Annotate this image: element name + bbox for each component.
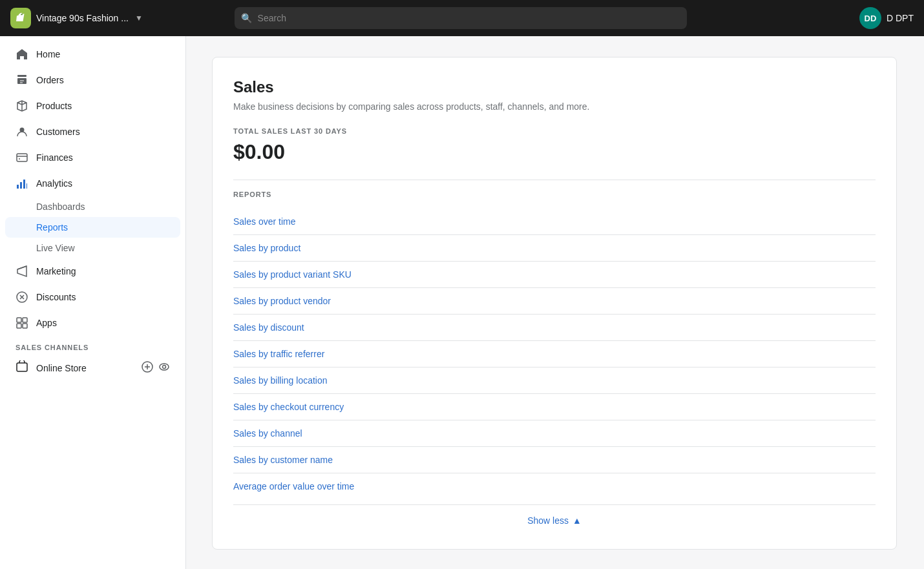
sidebar-label-analytics: Analytics [36, 178, 72, 189]
sidebar-item-dashboards[interactable]: Dashboards [5, 196, 180, 217]
report-link[interactable]: Sales by product vendor [233, 288, 876, 315]
sidebar-label-live-view: Live View [36, 243, 75, 253]
sidebar-label-reports: Reports [36, 222, 68, 233]
svg-rect-14 [23, 324, 27, 328]
sidebar-item-home[interactable]: Home [5, 41, 180, 67]
sidebar-label-finances: Finances [36, 152, 73, 163]
sidebar-label-products: Products [36, 101, 72, 111]
sidebar-label-customers: Customers [36, 127, 80, 137]
sidebar-label-orders: Orders [36, 75, 64, 85]
report-link[interactable]: Sales by channel [233, 420, 876, 447]
report-link[interactable]: Sales by product [233, 235, 876, 262]
analytics-sub-menu: Dashboards Reports Live View [5, 196, 180, 258]
sidebar-label-discounts: Discounts [36, 292, 76, 302]
sidebar-item-online-store[interactable]: Online Store [5, 354, 180, 382]
report-link[interactable]: Sales by customer name [233, 447, 876, 473]
sidebar-item-reports[interactable]: Reports [5, 217, 180, 238]
total-sales-value: $0.00 [233, 140, 876, 164]
page-subtitle: Make business decisions by comparing sal… [233, 101, 876, 112]
report-link[interactable]: Sales by traffic referrer [233, 341, 876, 367]
brand-selector[interactable]: Vintage 90s Fashion ... ▼ [10, 8, 143, 28]
svg-rect-1 [17, 75, 26, 77]
sidebar-item-customers[interactable]: Customers [5, 119, 180, 145]
user-name: D DPT [887, 13, 914, 23]
analytics-icon [16, 177, 28, 190]
report-link[interactable]: Average order value over time [233, 473, 876, 499]
topbar: Vintage 90s Fashion ... ▼ 🔍 DD D DPT [0, 0, 924, 36]
report-link[interactable]: Sales by checkout currency [233, 394, 876, 420]
report-link[interactable]: Sales by product variant SKU [233, 262, 876, 288]
sidebar-item-apps[interactable]: Apps [5, 310, 180, 336]
svg-rect-7 [20, 182, 22, 189]
products-icon [16, 99, 28, 112]
total-sales-label: TOTAL SALES LAST 30 DAYS [233, 127, 876, 135]
divider [233, 180, 876, 180]
svg-rect-8 [23, 180, 25, 189]
show-less-label: Show less [527, 515, 569, 526]
sidebar-label-apps: Apps [36, 318, 57, 328]
online-store-label: Online Store [36, 363, 87, 373]
sales-channels-label: SALES CHANNELS [0, 336, 185, 354]
main-content: Sales Make business decisions by compari… [186, 36, 924, 569]
svg-point-17 [160, 364, 169, 370]
show-less-button[interactable]: Show less ▲ [233, 504, 876, 528]
customers-icon [16, 125, 28, 138]
svg-rect-12 [23, 318, 27, 322]
svg-rect-13 [17, 324, 21, 328]
layout: Home Orders Products Customers Finances [0, 36, 924, 569]
sidebar-item-analytics[interactable]: Analytics [5, 171, 180, 196]
svg-rect-6 [17, 185, 19, 189]
add-channel-icon[interactable] [142, 361, 153, 375]
report-links-list: Sales over timeSales by productSales by … [233, 209, 876, 499]
online-store-left: Online Store [16, 360, 87, 375]
sidebar: Home Orders Products Customers Finances [0, 36, 186, 569]
report-link[interactable]: Sales by discount [233, 315, 876, 341]
sidebar-item-marketing[interactable]: Marketing [5, 258, 180, 284]
page-title: Sales [233, 78, 876, 96]
marketing-icon [16, 265, 28, 278]
brand-dropdown-icon: ▼ [135, 14, 143, 23]
user-menu[interactable]: DD D DPT [859, 7, 914, 29]
apps-icon [16, 316, 28, 329]
search-container: 🔍 [235, 7, 687, 29]
sidebar-label-home: Home [36, 49, 60, 59]
orders-icon [16, 74, 28, 87]
discounts-icon [16, 291, 28, 304]
shopify-logo-icon [10, 8, 31, 28]
sidebar-item-finances[interactable]: Finances [5, 145, 180, 171]
show-less-chevron-icon: ▲ [572, 515, 582, 526]
svg-point-18 [163, 365, 166, 368]
avatar: DD [859, 7, 881, 29]
svg-rect-9 [26, 183, 27, 189]
sales-card: Sales Make business decisions by compari… [212, 57, 897, 550]
sidebar-label-marketing: Marketing [36, 266, 76, 276]
home-icon [16, 48, 28, 61]
finances-icon [16, 151, 28, 164]
eye-icon[interactable] [158, 361, 170, 375]
reports-section-label: REPORTS [233, 191, 876, 198]
sidebar-label-dashboards: Dashboards [36, 202, 85, 212]
svg-rect-15 [17, 363, 27, 371]
brand-name: Vintage 90s Fashion ... [36, 13, 129, 23]
sidebar-item-orders[interactable]: Orders [5, 67, 180, 93]
svg-point-5 [19, 158, 20, 160]
search-icon: 🔍 [241, 13, 252, 23]
svg-rect-11 [17, 318, 21, 322]
sidebar-item-products[interactable]: Products [5, 93, 180, 119]
report-link[interactable]: Sales by billing location [233, 367, 876, 394]
svg-rect-4 [17, 154, 27, 161]
sidebar-item-discounts[interactable]: Discounts [5, 284, 180, 310]
sidebar-item-live-view[interactable]: Live View [5, 238, 180, 258]
report-link[interactable]: Sales over time [233, 209, 876, 235]
search-input[interactable] [235, 7, 687, 29]
online-store-icon [16, 360, 28, 375]
